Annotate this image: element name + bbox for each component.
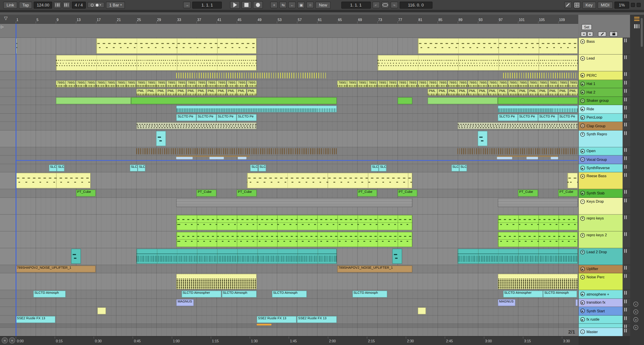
clip[interactable]: PML (498, 89, 508, 95)
track-header-synth-repro[interactable]: ▼Synth Repro (578, 130, 622, 147)
clip[interactable] (526, 157, 538, 159)
prev-locator-button[interactable]: ◄ (581, 31, 587, 36)
session-record-button[interactable]: ○ (306, 1, 314, 8)
track-header-lead[interactable]: ▼Lead (578, 55, 622, 71)
track-header-synth-stab[interactable]: ▶Synth Stab (578, 189, 622, 198)
clip[interactable] (71, 249, 80, 264)
clip[interactable]: 789S (76, 80, 86, 87)
clip[interactable]: 789S (568, 80, 578, 87)
clip[interactable]: 789S (186, 80, 196, 87)
clip[interactable]: PML (186, 89, 196, 95)
track-header-keys-drop[interactable]: ≡Keys Drop (578, 198, 622, 214)
clip[interactable]: SLCTD Pe (518, 114, 538, 121)
overview-toggle-icon[interactable]: ▽ (4, 16, 8, 21)
clip[interactable] (428, 97, 498, 104)
clip[interactable] (56, 55, 256, 70)
track-header-reese-bass[interactable]: ▼Reese Bass (578, 172, 622, 189)
track-header-hat-2[interactable]: ▶Hat 2 (578, 88, 622, 97)
midi-map-button[interactable]: MIDI (598, 1, 613, 8)
group-icon[interactable]: ≡ (580, 199, 585, 204)
clip[interactable]: MAGNUS (498, 299, 516, 306)
clip[interactable]: SLC (250, 164, 258, 171)
clip[interactable]: 789S (146, 80, 156, 87)
clip[interactable]: 789S (56, 80, 66, 87)
clip[interactable] (498, 105, 578, 112)
clip[interactable]: 789S (438, 80, 448, 87)
clip[interactable]: SLC (451, 164, 459, 171)
clip[interactable]: SLCTD Atmosph (272, 291, 307, 298)
clip[interactable]: SLC (49, 164, 57, 171)
clip[interactable]: SSE2 Rustle FX 13 (257, 316, 297, 323)
track-lane-vocal-group[interactable] (0, 155, 578, 164)
clip[interactable] (16, 173, 91, 188)
clip[interactable]: PML (478, 89, 488, 95)
link-button[interactable]: Link (3, 1, 18, 8)
track-lane-repro-keys[interactable] (0, 214, 578, 231)
clip[interactable]: PML (428, 89, 437, 95)
track-lane-atmosphere[interactable]: SLCTD AtmosphSLCTD AtmospherSLCTD Atmosp… (0, 290, 578, 299)
scrub-area[interactable]: ▷ (0, 24, 578, 37)
clip[interactable] (497, 155, 558, 157)
clip[interactable] (136, 249, 337, 264)
track-fold-icon[interactable]: ▶ (580, 82, 585, 86)
clip[interactable]: 789S (216, 80, 226, 87)
clip[interactable]: SLCTD Pe (558, 114, 578, 121)
clip[interactable]: SLCTD Atmospher (182, 291, 222, 298)
clip[interactable]: SLC (379, 164, 387, 171)
track-header-synth-start[interactable]: ▶Synth Start (578, 307, 622, 316)
clip[interactable] (257, 324, 272, 325)
clip[interactable]: 789S (206, 80, 216, 87)
clip[interactable]: PML (558, 89, 568, 95)
clip[interactable]: 789S (166, 80, 176, 87)
punch-in-button[interactable]: ⌐ (372, 1, 380, 8)
follow-button[interactable]: → (184, 1, 191, 8)
track-lane-open[interactable] (0, 147, 578, 156)
clip[interactable] (503, 73, 578, 78)
clip[interactable]: SLCTD Pe (237, 114, 256, 121)
clip[interactable] (478, 131, 488, 146)
track-lane-lead[interactable] (0, 55, 578, 71)
clip[interactable] (498, 215, 578, 230)
mixer-section-toggle[interactable]: M (633, 317, 638, 322)
clip[interactable]: 789S (156, 80, 166, 87)
clip[interactable]: PML (156, 89, 166, 95)
track-header-noise-perc[interactable]: ▼Noise Perc (578, 273, 622, 290)
clip[interactable] (458, 122, 578, 129)
arrangement-position-field[interactable]: 1. 1. 1 (192, 1, 222, 8)
track-fold-icon[interactable]: ▶ (580, 149, 585, 153)
clip[interactable]: SLCTD Atmosph (222, 291, 256, 298)
clip[interactable]: PML (206, 89, 216, 95)
clip[interactable] (56, 97, 131, 104)
clip[interactable]: 789S (388, 80, 397, 87)
track-header-transition-fx[interactable]: ▶transition fx (578, 299, 622, 307)
track-header-clap-group[interactable]: ≡Clap Group (578, 122, 622, 130)
clip[interactable] (156, 131, 166, 146)
clip[interactable]: PML (538, 89, 548, 95)
clip[interactable]: SLCTD Atmosph (33, 291, 66, 298)
play-button[interactable] (230, 1, 240, 9)
mixer-section-toggle[interactable]: ≡ (633, 302, 638, 307)
clip[interactable]: 789S (528, 80, 538, 87)
track-fold-icon[interactable]: ▼ (580, 132, 585, 136)
clip[interactable] (458, 249, 578, 264)
clip[interactable]: PML (166, 89, 176, 95)
clip[interactable] (176, 232, 412, 247)
clip[interactable]: SLCTD Pe (538, 114, 558, 121)
track-fold-icon[interactable]: ▼ (580, 233, 585, 237)
nudge-down-button[interactable] (54, 1, 61, 8)
clip[interactable] (458, 148, 578, 154)
clip[interactable]: SLCTD Pe (176, 114, 196, 121)
clip[interactable]: PML (468, 89, 478, 95)
track-fold-icon[interactable]: ▶ (580, 166, 585, 170)
clip[interactable]: 789S (488, 80, 498, 87)
track-fold-icon[interactable]: ▶ (580, 107, 585, 111)
track-fold-icon[interactable]: ▶ (580, 73, 585, 78)
track-header-master[interactable]: ≡Master (578, 328, 622, 337)
track-fold-icon[interactable]: ▶ (580, 300, 585, 305)
loop-length-field[interactable]: 116. 0. 0 (400, 1, 432, 8)
nudge-up-button[interactable] (63, 1, 70, 8)
mixer-section-toggle[interactable]: D (633, 325, 638, 330)
clip[interactable]: 789S (498, 80, 508, 87)
track-header-lead-2-drop[interactable]: ▼Lead 2 Drop (578, 248, 622, 265)
clip[interactable]: 789S (458, 80, 468, 87)
